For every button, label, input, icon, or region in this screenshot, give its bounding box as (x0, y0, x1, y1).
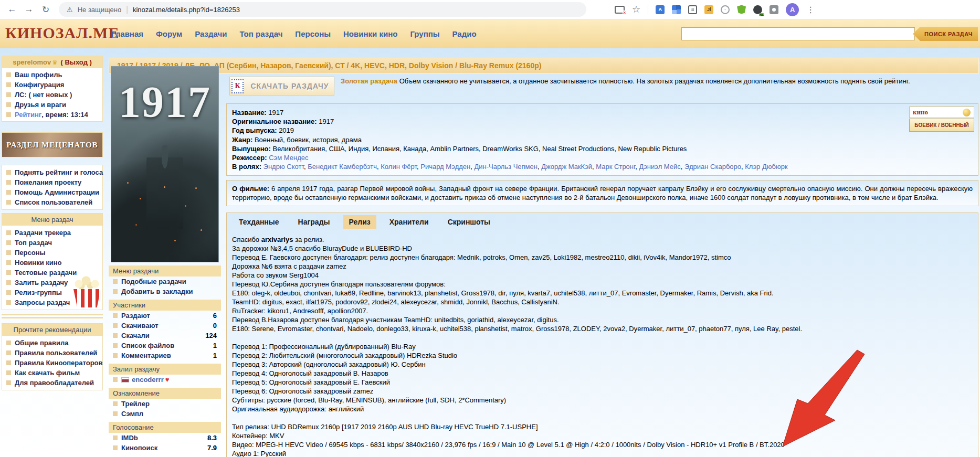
actor-link[interactable]: Дин-Чарльз Чепмен (474, 163, 541, 171)
username-link[interactable]: sperelomov (13, 58, 51, 66)
actor-link[interactable]: Бенедикт Камбербэтч (308, 163, 381, 171)
sidebar-item-label[interactable]: Конфигурация (15, 81, 64, 89)
nav-link[interactable]: Новинки кино (343, 29, 397, 38)
sidebar-item-label[interactable]: Ваш профиль (15, 71, 62, 79)
preview-item[interactable]: Трейлер (109, 399, 221, 409)
actor-link[interactable]: Марк Стронг (596, 163, 639, 171)
participants-row-label[interactable]: Раздают (121, 312, 150, 320)
sidebar-item-label[interactable]: Залить раздачу (15, 279, 68, 286)
sidebar-item-label[interactable]: Персоны (15, 249, 46, 257)
nav-link[interactable]: Форум (156, 29, 182, 38)
pin-extension-icon[interactable]: ◦ (721, 5, 730, 14)
actor-link[interactable]: Колин Фёрт (381, 163, 420, 171)
sidebar-item[interactable]: Пожелания проекту (2, 177, 102, 187)
address-bar[interactable]: ⚠ Не защищено | kinozal.me/details.php?i… (59, 2, 586, 17)
sidebar-item[interactable]: Список пользователей (2, 197, 102, 207)
translate-extension-icon[interactable]: A (656, 5, 665, 14)
sidebar-item-label[interactable]: Топ раздач (15, 239, 52, 247)
torrent-menu-item[interactable]: Подобные раздачи (109, 277, 221, 286)
tab-techdata[interactable]: Техданные (233, 215, 285, 229)
sidebar-item[interactable]: Помощь Администрации (2, 187, 102, 197)
profile-avatar[interactable]: A (786, 3, 799, 16)
sidebar-item-label[interactable]: Помощь Администрации (15, 188, 99, 196)
proxy-extension-icon[interactable]: NL (753, 5, 762, 14)
torrent-menu-item-label[interactable]: Подобные раздачи (121, 278, 186, 285)
sidebar-item[interactable]: Поднять рейтинг и голоса (2, 167, 102, 177)
site-logo[interactable]: КИНОЗАЛ.МЕ (5, 24, 119, 42)
torrent-menu-item-label[interactable]: Добавить в закладки (121, 288, 193, 295)
gold-torrent-link[interactable]: Золотая раздача (341, 77, 397, 85)
sidebar-item-label[interactable]: Общие правила (15, 339, 68, 347)
sidebar-item-label[interactable]: Поднять рейтинг и голоса (15, 168, 103, 176)
tab-awards[interactable]: Награды (292, 215, 336, 229)
sidebar-item[interactable]: Друзья и враги (2, 100, 102, 110)
actor-link[interactable]: Ричард Мэдден (420, 163, 474, 171)
sidebar-item[interactable]: Общие правила (2, 338, 102, 348)
rating-link[interactable]: Рейтинг (15, 111, 41, 119)
sidebar-item[interactable]: Персоны (2, 248, 102, 258)
tab-release[interactable]: Релиз (343, 215, 376, 229)
sidebar-item-label[interactable]: ЛС: ( нет новых ) (15, 91, 72, 99)
sidebar-item-label[interactable]: Запросы раздач (15, 299, 70, 306)
sidebar-item-label[interactable]: Релиз-группы (15, 289, 62, 296)
sidebar-item[interactable]: Раздачи трекера (2, 228, 102, 238)
sidebar-item[interactable]: Ваш профиль (2, 70, 102, 80)
sidebar-item-label[interactable]: Список пользователей (15, 198, 92, 206)
preview-item[interactable]: Сэмпл (109, 409, 221, 419)
preview-item-label[interactable]: Трейлер (121, 400, 150, 408)
torrent-menu-item[interactable]: Добавить в закладки (109, 286, 221, 296)
sidebar-item-label[interactable]: Правила пользователей (15, 349, 97, 357)
sidebar-item[interactable]: Новинки кино (2, 258, 102, 268)
tab-screenshots[interactable]: Скриншоты (442, 215, 496, 229)
nav-link[interactable]: Главная (111, 29, 143, 38)
vote-row-label[interactable]: Кинопоиск (121, 444, 157, 452)
actor-link[interactable]: Клэр Дюбюрк (745, 163, 787, 171)
apps-grid-extension-icon[interactable] (672, 5, 681, 14)
participants-row-label[interactable]: Комментариев (121, 352, 171, 359)
adblock-shield-icon[interactable] (737, 5, 746, 14)
bookmark-star-icon[interactable]: ☆ (632, 4, 640, 15)
participants-row-label[interactable]: Список файлов (121, 342, 174, 349)
sidebar-item[interactable]: Правила пользователей (2, 348, 102, 358)
sidebar-item-label[interactable]: Раздачи трекера (15, 229, 71, 237)
search-button[interactable]: ПОИСК РАЗДАЧ (913, 27, 978, 41)
sidebar-item[interactable]: Конфигурация (2, 80, 102, 90)
preview-item-label[interactable]: Сэмпл (121, 410, 143, 418)
logout-link[interactable]: ( Выход ) (61, 58, 92, 66)
actor-link[interactable]: Джордж МакКэй (541, 163, 596, 171)
actor-link[interactable]: Эдриан Скарборо (684, 163, 745, 171)
sidebar-item[interactable]: Как скачать фильм (2, 368, 102, 378)
uploader-link[interactable]: encoderrr (132, 376, 164, 384)
director-link[interactable]: Сэм Мендес (269, 154, 308, 162)
browser-menu-dots-icon[interactable]: ⋮ (806, 5, 815, 15)
nav-link[interactable]: Группы (410, 29, 439, 38)
sidebar-item[interactable]: Топ раздач (2, 238, 102, 248)
actor-link[interactable]: Эндрю Скотт (264, 163, 308, 171)
actor-link[interactable]: Дэниэл Мейс (639, 163, 684, 171)
search-input[interactable] (681, 27, 915, 40)
nav-link[interactable]: Раздачи (195, 29, 227, 38)
sidebar-item[interactable]: Правила Кинооператоров (2, 358, 102, 368)
forward-icon[interactable]: → (21, 2, 37, 17)
download-button[interactable]: К СКАЧАТЬ РАЗДАЧУ (229, 77, 334, 95)
patrons-banner[interactable]: РАЗДЕЛ МЕЦЕНАТОВ (2, 133, 102, 157)
back-icon[interactable]: ← (4, 2, 20, 17)
nav-link[interactable]: Радио (452, 29, 477, 38)
extensions-puzzle-icon[interactable] (770, 5, 778, 14)
reload-icon[interactable]: ↻ (38, 2, 54, 17)
sidebar-item[interactable]: ЛС: ( нет новых ) (2, 90, 102, 100)
sidebar-item-label[interactable]: Тестовые раздачи (15, 269, 77, 277)
sidebar-item[interactable]: Для правообладателей (2, 378, 102, 388)
participants-row-label[interactable]: Скачивают (121, 322, 159, 330)
scan-extension-icon[interactable]: ⌗ (688, 5, 697, 14)
tab-keepers[interactable]: Хранители (384, 215, 435, 229)
vote-row-label[interactable]: IMDb (121, 434, 138, 442)
sidebar-item-label[interactable]: Правила Кинооператоров (15, 359, 103, 367)
sidebar-item-label[interactable]: Друзья и враги (15, 101, 66, 109)
nav-link[interactable]: Топ раздач (239, 29, 282, 38)
participants-row-label[interactable]: Скачали (121, 332, 150, 339)
sidebar-item-rating[interactable]: Рейтинг, время: 13:14 (2, 110, 102, 120)
sidebar-item-label[interactable]: Пожелания проекту (15, 178, 81, 186)
sidebar-item-label[interactable]: Как скачать фильм (15, 369, 80, 377)
nav-link[interactable]: Персоны (295, 29, 331, 38)
